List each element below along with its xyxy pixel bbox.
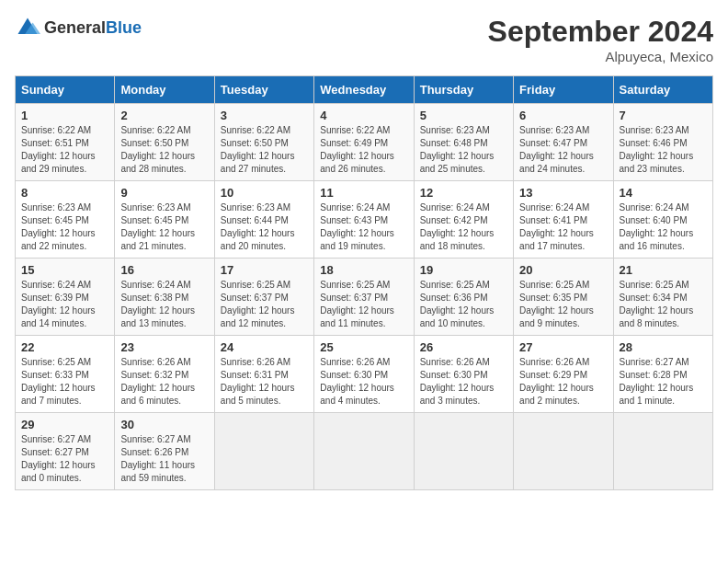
day-info: Sunrise: 6:27 AM Sunset: 6:28 PM Dayligh… (620, 356, 707, 408)
calendar-week-row: 8 Sunrise: 6:23 AM Sunset: 6:45 PM Dayli… (16, 181, 713, 259)
header-friday: Friday (514, 76, 613, 104)
day-number: 12 (420, 186, 507, 200)
calendar-cell: 14 Sunrise: 6:24 AM Sunset: 6:40 PM Dayl… (613, 181, 712, 259)
day-info: Sunrise: 6:22 AM Sunset: 6:51 PM Dayligh… (21, 124, 108, 176)
day-number: 22 (21, 340, 108, 354)
day-info: Sunrise: 6:22 AM Sunset: 6:50 PM Dayligh… (120, 124, 208, 176)
day-number: 27 (519, 340, 607, 354)
day-number: 29 (21, 418, 108, 431)
day-info: Sunrise: 6:25 AM Sunset: 6:37 PM Dayligh… (320, 279, 407, 330)
day-info: Sunrise: 6:27 AM Sunset: 6:26 PM Dayligh… (120, 433, 208, 485)
day-info: Sunrise: 6:23 AM Sunset: 6:44 PM Dayligh… (221, 201, 308, 253)
day-info: Sunrise: 6:22 AM Sunset: 6:50 PM Dayligh… (221, 124, 308, 176)
day-info: Sunrise: 6:24 AM Sunset: 6:38 PM Dayligh… (120, 279, 208, 330)
day-number: 25 (320, 340, 407, 354)
calendar-cell: 8 Sunrise: 6:23 AM Sunset: 6:45 PM Dayli… (16, 181, 115, 259)
calendar-cell: 27 Sunrise: 6:26 AM Sunset: 6:29 PM Dayl… (514, 336, 613, 413)
day-info: Sunrise: 6:26 AM Sunset: 6:29 PM Dayligh… (519, 356, 607, 408)
day-number: 1 (21, 109, 108, 122)
calendar-cell: 9 Sunrise: 6:23 AM Sunset: 6:45 PM Dayli… (115, 181, 214, 259)
calendar-cell: 17 Sunrise: 6:25 AM Sunset: 6:37 PM Dayl… (214, 259, 313, 336)
calendar-cell: 5 Sunrise: 6:23 AM Sunset: 6:48 PM Dayli… (414, 104, 513, 181)
calendar-week-row: 22 Sunrise: 6:25 AM Sunset: 6:33 PM Dayl… (16, 336, 713, 413)
calendar-cell: 16 Sunrise: 6:24 AM Sunset: 6:38 PM Dayl… (115, 259, 214, 336)
day-number: 7 (620, 109, 707, 122)
day-number: 10 (221, 186, 308, 200)
page-header: GeneralBlue September 2024 Alpuyeca, Mex… (15, 15, 713, 64)
calendar-cell: 12 Sunrise: 6:24 AM Sunset: 6:42 PM Dayl… (414, 181, 513, 259)
day-info: Sunrise: 6:24 AM Sunset: 6:40 PM Dayligh… (620, 201, 707, 253)
day-info: Sunrise: 6:23 AM Sunset: 6:48 PM Dayligh… (420, 124, 507, 176)
day-number: 23 (120, 340, 208, 354)
calendar-cell: 30 Sunrise: 6:27 AM Sunset: 6:26 PM Dayl… (115, 413, 214, 490)
calendar-cell (514, 413, 613, 490)
calendar-cell (414, 413, 513, 490)
logo-text: GeneralBlue (44, 18, 142, 38)
calendar-cell: 1 Sunrise: 6:22 AM Sunset: 6:51 PM Dayli… (16, 104, 115, 181)
calendar-cell: 3 Sunrise: 6:22 AM Sunset: 6:50 PM Dayli… (214, 104, 313, 181)
day-number: 6 (519, 109, 607, 122)
day-number: 11 (320, 186, 407, 200)
day-number: 13 (519, 186, 607, 200)
day-info: Sunrise: 6:26 AM Sunset: 6:32 PM Dayligh… (120, 356, 208, 408)
day-number: 26 (420, 340, 507, 354)
calendar-cell: 4 Sunrise: 6:22 AM Sunset: 6:49 PM Dayli… (314, 104, 414, 181)
day-info: Sunrise: 6:25 AM Sunset: 6:35 PM Dayligh… (519, 279, 607, 330)
calendar-cell: 15 Sunrise: 6:24 AM Sunset: 6:39 PM Dayl… (16, 259, 115, 336)
calendar-cell: 26 Sunrise: 6:26 AM Sunset: 6:30 PM Dayl… (414, 336, 513, 413)
day-info: Sunrise: 6:25 AM Sunset: 6:34 PM Dayligh… (620, 279, 707, 330)
calendar-cell: 25 Sunrise: 6:26 AM Sunset: 6:30 PM Dayl… (314, 336, 414, 413)
day-number: 16 (120, 263, 208, 277)
calendar-cell: 7 Sunrise: 6:23 AM Sunset: 6:46 PM Dayli… (613, 104, 712, 181)
day-number: 20 (519, 263, 607, 277)
month-year-title: September 2024 (488, 15, 713, 49)
calendar-header-row: Sunday Monday Tuesday Wednesday Thursday… (16, 76, 713, 104)
day-number: 21 (620, 263, 707, 277)
calendar-cell: 2 Sunrise: 6:22 AM Sunset: 6:50 PM Dayli… (115, 104, 214, 181)
calendar-week-row: 15 Sunrise: 6:24 AM Sunset: 6:39 PM Dayl… (16, 259, 713, 336)
calendar-cell: 18 Sunrise: 6:25 AM Sunset: 6:37 PM Dayl… (314, 259, 414, 336)
day-number: 19 (420, 263, 507, 277)
calendar-cell: 6 Sunrise: 6:23 AM Sunset: 6:47 PM Dayli… (514, 104, 613, 181)
calendar-cell: 11 Sunrise: 6:24 AM Sunset: 6:43 PM Dayl… (314, 181, 414, 259)
header-wednesday: Wednesday (314, 76, 414, 104)
day-number: 4 (320, 109, 407, 122)
header-thursday: Thursday (414, 76, 513, 104)
day-info: Sunrise: 6:26 AM Sunset: 6:30 PM Dayligh… (420, 356, 507, 408)
calendar-cell: 20 Sunrise: 6:25 AM Sunset: 6:35 PM Dayl… (514, 259, 613, 336)
calendar-cell (613, 413, 712, 490)
day-info: Sunrise: 6:24 AM Sunset: 6:43 PM Dayligh… (320, 201, 407, 253)
header-saturday: Saturday (613, 76, 712, 104)
day-info: Sunrise: 6:25 AM Sunset: 6:36 PM Dayligh… (420, 279, 507, 330)
day-info: Sunrise: 6:24 AM Sunset: 6:42 PM Dayligh… (420, 201, 507, 253)
day-info: Sunrise: 6:23 AM Sunset: 6:45 PM Dayligh… (21, 201, 108, 253)
day-info: Sunrise: 6:26 AM Sunset: 6:31 PM Dayligh… (221, 356, 308, 408)
calendar-cell (214, 413, 313, 490)
day-info: Sunrise: 6:26 AM Sunset: 6:30 PM Dayligh… (320, 356, 407, 408)
header-sunday: Sunday (16, 76, 115, 104)
calendar-week-row: 29 Sunrise: 6:27 AM Sunset: 6:27 PM Dayl… (16, 413, 713, 490)
calendar-week-row: 1 Sunrise: 6:22 AM Sunset: 6:51 PM Dayli… (16, 104, 713, 181)
day-number: 28 (620, 340, 707, 354)
day-info: Sunrise: 6:25 AM Sunset: 6:37 PM Dayligh… (221, 279, 308, 330)
calendar-cell: 23 Sunrise: 6:26 AM Sunset: 6:32 PM Dayl… (115, 336, 214, 413)
day-number: 17 (221, 263, 308, 277)
day-info: Sunrise: 6:23 AM Sunset: 6:45 PM Dayligh… (120, 201, 208, 253)
day-info: Sunrise: 6:24 AM Sunset: 6:39 PM Dayligh… (21, 279, 108, 330)
calendar-cell: 28 Sunrise: 6:27 AM Sunset: 6:28 PM Dayl… (613, 336, 712, 413)
calendar-cell: 29 Sunrise: 6:27 AM Sunset: 6:27 PM Dayl… (16, 413, 115, 490)
calendar-cell: 19 Sunrise: 6:25 AM Sunset: 6:36 PM Dayl… (414, 259, 513, 336)
header-monday: Monday (115, 76, 214, 104)
day-number: 30 (120, 418, 208, 431)
calendar-cell: 10 Sunrise: 6:23 AM Sunset: 6:44 PM Dayl… (214, 181, 313, 259)
day-number: 14 (620, 186, 707, 200)
day-info: Sunrise: 6:22 AM Sunset: 6:49 PM Dayligh… (320, 124, 407, 176)
location-subtitle: Alpuyeca, Mexico (488, 49, 713, 64)
day-number: 5 (420, 109, 507, 122)
calendar-table: Sunday Monday Tuesday Wednesday Thursday… (15, 75, 713, 490)
day-number: 24 (221, 340, 308, 354)
day-info: Sunrise: 6:24 AM Sunset: 6:41 PM Dayligh… (519, 201, 607, 253)
calendar-cell (314, 413, 414, 490)
day-number: 8 (21, 186, 108, 200)
title-block: September 2024 Alpuyeca, Mexico (488, 15, 713, 64)
